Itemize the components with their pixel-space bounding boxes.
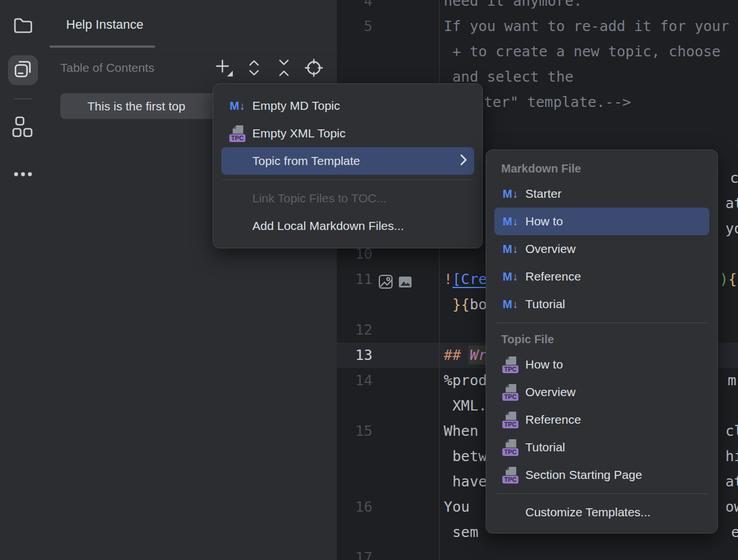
add-topic-button[interactable] [212, 56, 237, 82]
icon-spacer [228, 152, 247, 170]
topic-file-icon: TPC [501, 411, 520, 429]
menu-item-how-to[interactable]: M↓How to [494, 208, 709, 235]
stripe-button-more[interactable] [8, 160, 38, 190]
line-number: 15 [337, 419, 372, 444]
line-text-fragment: at [725, 191, 738, 216]
markdown-file-icon: M↓ [501, 212, 520, 231]
menu-item-label: Tutorial [525, 297, 702, 311]
topic-file-icon: TPC [228, 124, 247, 143]
submenu-arrow-icon [460, 154, 467, 169]
line-text-fragment: ow [725, 494, 738, 520]
line-text: When [444, 419, 487, 444]
menu-item-label: Reference [525, 270, 702, 283]
markdown-file-icon: M↓ [228, 97, 247, 115]
more-icon [11, 163, 34, 188]
markdown-file-icon: M↓ [501, 240, 520, 258]
topic-file-icon: TPC [501, 383, 520, 401]
line-text: ## Wr [444, 343, 487, 368]
line-text: have [444, 469, 487, 494]
stripe-button-folder[interactable] [8, 11, 38, 41]
editor-line[interactable]: + to create a new topic, choose [337, 39, 738, 64]
editor-line[interactable]: 17 [337, 545, 738, 560]
locate-icon [304, 58, 324, 80]
toc-title: Table of Contents [60, 61, 154, 75]
menu-item-overview[interactable]: TPCOverview [494, 378, 709, 406]
line-number: 16 [337, 494, 372, 520]
menu-item-tutorial[interactable]: TPCTutorial [494, 434, 709, 461]
line-number: 11 [337, 267, 372, 292]
menu-item-reference[interactable]: TPCReference [494, 406, 709, 434]
line-text-fragment: c [730, 166, 738, 191]
menu-item-link-topic-files-to-toc[interactable]: Link Topic Files to TOC... [221, 185, 474, 212]
line-text: ![Cre [444, 267, 487, 292]
topic-file-icon: TPC [501, 355, 520, 374]
structure-icon [11, 116, 34, 141]
menu-item-empty-md-topic[interactable]: M↓Empty MD Topic [221, 92, 474, 120]
stripe-button-structure[interactable] [8, 113, 38, 143]
line-text: need it anymore. [444, 0, 582, 14]
svg-text:TPC: TPC [504, 448, 517, 455]
menu-item-customize-templates[interactable]: Customize Templates... [494, 498, 709, 526]
locate-topic-button[interactable] [301, 56, 326, 82]
markdown-file-icon: M↓ [501, 185, 520, 203]
tab-help-instance[interactable]: Help Instance [66, 17, 144, 32]
menu-group-header-topic-file: Topic File [486, 328, 717, 351]
line-text-fragment: ter" template.--> [484, 90, 631, 115]
menu-item-topic-from-template[interactable]: Topic from Template [221, 147, 474, 175]
stripe-button-pages[interactable] [8, 55, 38, 85]
menu-item-label: Overview [525, 242, 702, 256]
menu-item-starter[interactable]: M↓Starter [494, 180, 709, 208]
line-text: }{bo [444, 292, 487, 317]
menu-item-tutorial[interactable]: M↓Tutorial [494, 290, 709, 318]
active-tab-indicator [49, 45, 155, 48]
plus-dropdown-icon [214, 58, 234, 80]
line-text: You [444, 494, 478, 520]
line-number: 5 [337, 14, 372, 39]
menu-item-empty-xml-topic[interactable]: TPCEmpty XML Topic [221, 120, 474, 147]
pages-icon [11, 57, 34, 83]
icon-spacer [228, 217, 247, 235]
line-text-fragment: ) [720, 267, 728, 292]
menu-item-label: Empty XML Topic [252, 126, 467, 140]
topic-file-icon: TPC [501, 438, 520, 457]
folder-icon [12, 14, 34, 38]
editor-line[interactable]: 5If you want to re-add it for your [337, 14, 738, 39]
toc-item-label: This is the first top [87, 99, 185, 113]
menu-separator [495, 493, 708, 494]
icon-spacer [501, 503, 520, 521]
svg-text:TPC: TPC [504, 421, 517, 428]
tool-window-stripe [0, 0, 47, 560]
line-number: 14 [337, 368, 372, 393]
menu-item-label: Overview [525, 385, 702, 399]
menu-item-section-starting-page[interactable]: TPCSection Starting Page [494, 461, 709, 489]
menu-item-label: Section Starting Page [525, 468, 702, 482]
unfold-icon [246, 57, 262, 80]
line-text-fragment: cl [725, 419, 738, 444]
svg-text:TPC: TPC [231, 135, 244, 141]
line-text: betw [444, 444, 487, 469]
menu-item-reference[interactable]: M↓Reference [494, 263, 709, 290]
line-number: 4 [337, 0, 372, 14]
menu-separator [222, 179, 473, 180]
svg-text:TPC: TPC [504, 393, 517, 400]
ide-window: Help Instance Table of Contents This is … [0, 0, 738, 560]
line-text: XML. [444, 393, 487, 419]
expand-all-button[interactable] [241, 56, 267, 82]
menu-item-add-local-markdown-files[interactable]: Add Local Markdown Files... [221, 212, 474, 240]
menu-item-label: Topic from Template [252, 154, 454, 168]
editor-line[interactable]: 4need it anymore. [337, 0, 738, 14]
line-text: If you want to re-add it for your [444, 14, 729, 39]
menu-group-header-markdown-file: Markdown File [486, 157, 717, 180]
menu-item-overview[interactable]: M↓Overview [494, 235, 709, 263]
line-number: 17 [337, 545, 372, 560]
line-text-fragment: at [725, 469, 738, 494]
line-text: + to create a new topic, choose [444, 39, 729, 64]
fold-icon [276, 57, 292, 80]
collapse-all-button[interactable] [271, 56, 297, 82]
menu-item-how-to[interactable]: TPCHow to [494, 351, 709, 378]
menu-item-label: How to [525, 214, 702, 228]
line-text-fragment: m [728, 368, 736, 393]
add-topic-menu: M↓Empty MD TopicTPCEmpty XML TopicTopic … [213, 83, 483, 248]
menu-item-label: Starter [525, 187, 702, 201]
icon-spacer [228, 189, 247, 208]
